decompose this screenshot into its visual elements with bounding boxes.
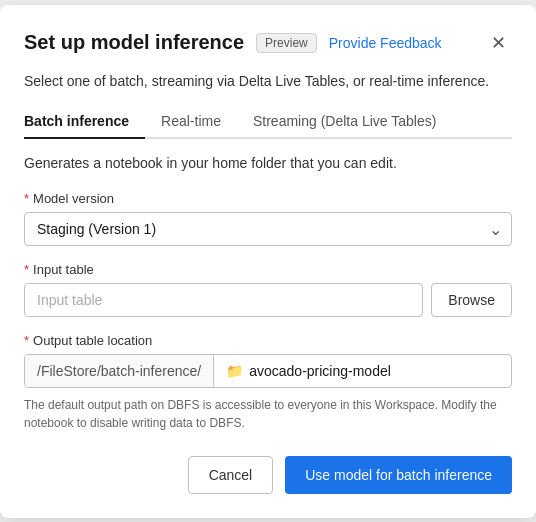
modal-title: Set up model inference bbox=[24, 31, 244, 54]
required-star-input: * bbox=[24, 262, 29, 277]
required-star-model: * bbox=[24, 191, 29, 206]
output-table-field: * Output table location /FileStore/batch… bbox=[24, 333, 512, 432]
tab-bar: Batch inference Real-time Streaming (Del… bbox=[24, 105, 512, 139]
input-table-label: * Input table bbox=[24, 262, 512, 277]
output-path-text: /FileStore/batch-inference/ bbox=[25, 355, 214, 387]
use-model-button[interactable]: Use model for batch inference bbox=[285, 456, 512, 494]
model-version-field: * Model version Staging (Version 1) Prod… bbox=[24, 191, 512, 246]
tab-streaming[interactable]: Streaming (Delta Live Tables) bbox=[237, 105, 452, 139]
tab-realtime[interactable]: Real-time bbox=[145, 105, 237, 139]
input-table-row: Browse bbox=[24, 283, 512, 317]
input-table-field-input[interactable] bbox=[24, 283, 423, 317]
feedback-link[interactable]: Provide Feedback bbox=[329, 35, 442, 51]
tab-batch-inference[interactable]: Batch inference bbox=[24, 105, 145, 139]
folder-icon: 📁 bbox=[226, 363, 243, 379]
modal-footer: Cancel Use model for batch inference bbox=[24, 456, 512, 494]
output-table-label: * Output table location bbox=[24, 333, 512, 348]
preview-badge: Preview bbox=[256, 33, 317, 53]
cancel-button[interactable]: Cancel bbox=[188, 456, 274, 494]
modal-container: Set up model inference Preview Provide F… bbox=[0, 5, 536, 518]
model-version-label: * Model version bbox=[24, 191, 512, 206]
output-table-row: /FileStore/batch-inference/ 📁 avocado-pr… bbox=[24, 354, 512, 388]
tab-description: Generates a notebook in your home folder… bbox=[24, 155, 512, 171]
required-star-output: * bbox=[24, 333, 29, 348]
close-button[interactable]: ✕ bbox=[484, 29, 512, 57]
model-version-select-wrapper: Staging (Version 1) Production (Version … bbox=[24, 212, 512, 246]
output-help-text: The default output path on DBFS is acces… bbox=[24, 396, 512, 432]
input-table-field: * Input table Browse bbox=[24, 262, 512, 317]
output-model-name: 📁 avocado-pricing-model bbox=[214, 355, 511, 387]
browse-button[interactable]: Browse bbox=[431, 283, 512, 317]
modal-subtitle: Select one of batch, streaming via Delta… bbox=[24, 73, 512, 89]
modal-header: Set up model inference Preview Provide F… bbox=[24, 29, 512, 57]
model-version-select[interactable]: Staging (Version 1) Production (Version … bbox=[24, 212, 512, 246]
